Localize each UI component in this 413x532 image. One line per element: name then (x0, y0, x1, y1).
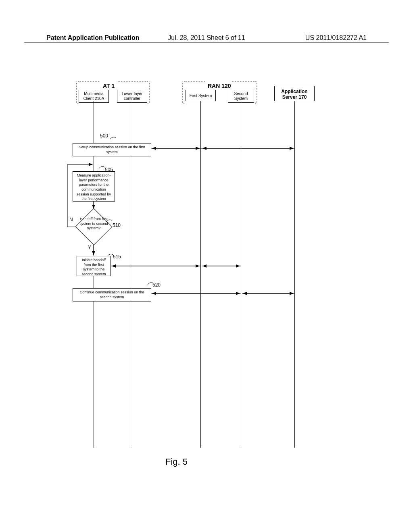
ref-510: 510 (113, 222, 121, 228)
header-divider (24, 42, 389, 43)
header-center: Jul. 28, 2011 Sheet 6 of 11 (168, 34, 245, 42)
ref-520: 520 (152, 282, 161, 288)
step-505-box: Measure application-layer performance pa… (73, 171, 115, 202)
step-515-box: Initiate handoff from the first system t… (77, 256, 111, 276)
group-title-at1: AT 1 (103, 83, 115, 89)
header-right: US 2011/0182272 A1 (305, 34, 367, 42)
lifeline-app-server (294, 101, 295, 448)
decision-no-label: N (69, 217, 73, 222)
ref-515: 515 (113, 254, 121, 260)
group-title-ran: RAN 120 (208, 83, 231, 89)
ref-500: 500 (100, 133, 108, 139)
lifeline-second-system (241, 101, 241, 448)
header-left: Patent Application Publication (46, 34, 140, 42)
lifeline-header-app-server: Application Server 170 (274, 86, 315, 101)
arrows-overlay (0, 77, 413, 455)
decision-510 (75, 208, 113, 245)
ref-505: 505 (105, 167, 113, 172)
page-header: Patent Application Publication Jul. 28, … (0, 34, 413, 42)
lifeline-header-first-system: First System (186, 90, 216, 101)
decision-yes-label: Y (88, 245, 91, 250)
step-500-box: Setup communication session on the first… (73, 143, 151, 156)
figure-label: Fig. 5 (165, 457, 188, 467)
sequence-diagram: AT 1 RAN 120 Multimedia Client 210A Lowe… (0, 77, 413, 455)
lifeline-first-system (200, 101, 201, 448)
step-520-box: Continue communication session on the se… (73, 288, 151, 301)
